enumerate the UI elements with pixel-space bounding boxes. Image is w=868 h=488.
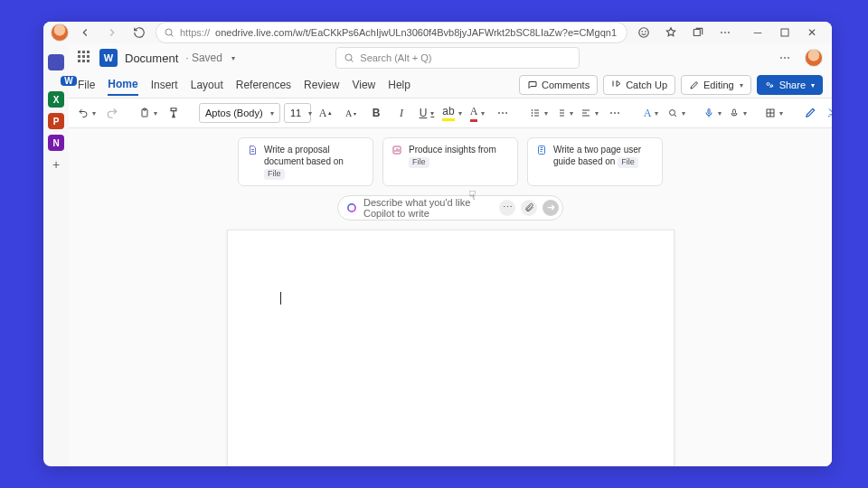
font-name-value: Aptos (Body) [205, 108, 263, 118]
send-icon[interactable]: ➜ [542, 200, 559, 216]
file-chip: File [618, 157, 638, 168]
sidebar-app-word[interactable]: W [61, 76, 77, 86]
insights-icon [391, 144, 403, 156]
tab-home[interactable]: Home [108, 74, 137, 96]
numbering-button[interactable]: ▾ [553, 102, 575, 124]
editor-button[interactable]: ▾ [825, 102, 832, 124]
comments-label: Comments [542, 80, 590, 90]
app-launcher-icon[interactable] [78, 51, 92, 65]
catch-up-label: Catch Up [626, 80, 667, 90]
sidebar-app-excel[interactable]: X [48, 91, 64, 108]
minimize-icon[interactable]: ─ [745, 22, 770, 43]
svg-point-21 [348, 204, 355, 211]
tab-help[interactable]: Help [388, 75, 410, 95]
maximize-icon[interactable] [772, 22, 797, 43]
account-avatar[interactable] [805, 49, 823, 67]
tab-insert[interactable]: Insert [151, 75, 178, 95]
svg-point-2 [642, 32, 643, 33]
copilot-prompt-input[interactable]: Describe what you'd like Copilot to writ… [337, 195, 563, 221]
title-more-icon[interactable]: ⋯ [774, 47, 796, 69]
styles-button[interactable]: A▾ [640, 102, 662, 124]
sidebar-add-icon[interactable]: + [48, 156, 64, 173]
search-icon [164, 27, 175, 38]
redo-button[interactable] [101, 102, 123, 124]
tab-file[interactable]: File [78, 75, 95, 95]
paste-button[interactable]: ▾ [137, 102, 159, 124]
undo-button[interactable]: ▾ [76, 102, 98, 124]
bullets-button[interactable]: ▾ [528, 102, 550, 124]
comments-button[interactable]: Comments [519, 75, 598, 95]
sidebar-app-onenote[interactable]: N [48, 135, 64, 151]
suggestion-card-2[interactable]: Produce insights from File [382, 137, 518, 186]
dictate-button[interactable]: ▾ [702, 102, 723, 124]
suggestion-card-3[interactable]: Write a two page user guide based on Fil… [527, 137, 663, 186]
document-title[interactable]: Document [125, 52, 178, 65]
underline-button[interactable]: U▾ [416, 102, 438, 124]
prompt-more-icon[interactable]: ⋯ [499, 200, 515, 216]
bold-button[interactable]: B [365, 102, 387, 124]
share-button[interactable]: Share ▾ [757, 75, 823, 95]
editing-label: Editing [703, 80, 734, 90]
catch-up-icon [611, 80, 622, 90]
designer-button[interactable] [799, 102, 821, 124]
back-icon[interactable] [74, 22, 96, 43]
search-input[interactable]: Search (Alt + Q) [335, 47, 580, 69]
browser-more-icon[interactable]: ⋯ [714, 22, 736, 43]
more-paragraph-icon[interactable]: ⋯ [604, 102, 626, 124]
mouse-cursor-icon: ☟ [468, 188, 476, 202]
format-painter-button[interactable] [163, 102, 184, 124]
editing-button[interactable]: Editing ▾ [681, 75, 751, 95]
table-button[interactable]: ▾ [763, 102, 785, 124]
tab-references[interactable]: References [236, 75, 291, 95]
tab-review[interactable]: Review [304, 75, 339, 95]
grow-font-button[interactable]: A▴ [315, 102, 336, 124]
forward-icon[interactable] [101, 22, 123, 43]
search-icon [344, 52, 354, 63]
suggestion-text: Produce insights from [409, 145, 496, 155]
svg-rect-4 [693, 30, 700, 36]
align-button[interactable]: ▾ [579, 102, 600, 124]
close-icon[interactable]: ✕ [799, 22, 825, 43]
word-logo-icon: W [99, 49, 118, 67]
tab-layout[interactable]: Layout [191, 75, 223, 95]
comment-icon [527, 80, 538, 90]
sidebar-app-teams[interactable] [48, 54, 64, 70]
font-size-select[interactable]: 11▾ [284, 103, 311, 123]
favorite-icon[interactable] [660, 22, 682, 43]
sidebar-app-powerpoint[interactable]: P [48, 113, 64, 129]
title-caret-icon[interactable]: ▾ [231, 54, 235, 62]
svg-rect-16 [733, 109, 736, 114]
find-button[interactable]: ▾ [665, 102, 687, 124]
saved-status: · Saved [185, 52, 222, 64]
search-placeholder: Search (Alt + Q) [360, 52, 431, 63]
share-icon [765, 80, 776, 90]
svg-point-0 [165, 29, 172, 35]
tab-view[interactable]: View [352, 75, 375, 95]
font-color-button[interactable]: A▾ [467, 102, 488, 124]
voice-button[interactable]: ▾ [727, 102, 749, 124]
suggestion-card-1[interactable]: Write a proposal document based on File [238, 137, 373, 186]
italic-button[interactable]: I [391, 102, 412, 124]
attach-icon[interactable] [521, 200, 537, 216]
catch-up-button[interactable]: Catch Up [603, 75, 675, 95]
browser-profile-avatar[interactable] [51, 23, 69, 42]
file-chip: File [409, 157, 429, 168]
more-font-icon[interactable]: ⋯ [492, 102, 514, 124]
shopping-icon[interactable] [633, 22, 655, 43]
url-bar[interactable]: https://onedrive.live.com/w/t/EaCKkPs6Ac… [156, 22, 627, 43]
file-chip: File [264, 169, 285, 180]
svg-point-1 [639, 28, 649, 38]
highlight-button[interactable]: ab▾ [441, 102, 463, 124]
svg-point-11 [532, 110, 533, 111]
shrink-font-button[interactable]: A▾ [340, 102, 362, 124]
font-name-select[interactable]: Aptos (Body)▾ [199, 103, 280, 123]
document-page[interactable] [227, 230, 675, 466]
pencil-icon [689, 80, 700, 90]
url-prefix: https:// [180, 27, 210, 38]
guide-icon [535, 144, 548, 156]
collections-icon[interactable] [687, 22, 709, 43]
refresh-icon[interactable] [128, 22, 150, 43]
url-text: onedrive.live.com/w/t/EaCKkPs6AchIjwULn3… [215, 27, 617, 38]
svg-point-14 [670, 110, 675, 116]
svg-point-3 [645, 32, 646, 33]
